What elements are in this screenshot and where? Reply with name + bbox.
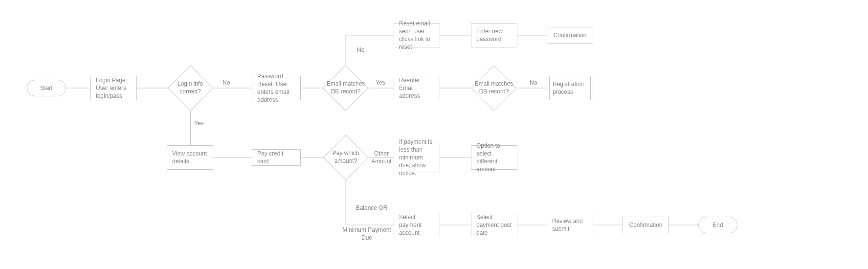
option-different-label: Option to select different amount xyxy=(476,142,512,174)
confirmation-pw-process: Confirmation xyxy=(547,27,593,44)
start-terminator: Start xyxy=(27,80,66,96)
end-label: End xyxy=(712,221,723,229)
view-account-label: View account details xyxy=(172,150,208,165)
edge-min-payment-due: Minimum Payment Due xyxy=(340,226,394,242)
registration-label: Registration process xyxy=(553,76,587,100)
review-submit-label: Review and submit xyxy=(552,217,588,233)
reset-email-sent-process: Reset email sent: user clicks link to re… xyxy=(394,23,440,47)
email-match-2-decision: Email matches DB record? xyxy=(478,72,510,104)
option-different-process: Option to select different amount xyxy=(471,145,517,170)
payment-notice-process: If payment is less than minimum due, sho… xyxy=(394,142,440,173)
select-payment-account-label: Select payment account xyxy=(399,213,435,237)
edge-email1-yes: Yes xyxy=(376,79,385,87)
enter-new-password-label: Enter new password xyxy=(476,27,512,43)
pay-which-amount-decision: Pay which amount? xyxy=(330,141,362,174)
login-page-process: Login Page: User enters login/pass xyxy=(90,76,137,100)
end-terminator: End xyxy=(698,217,737,233)
confirmation-pay-process: Confirmation xyxy=(623,217,669,233)
password-reset-process: Password Reset: User enters email addres… xyxy=(252,76,301,100)
edge-other-amount: Other Amount xyxy=(369,150,394,165)
login-page-label: Login Page: User enters login/pass xyxy=(96,76,132,100)
edge-login-yes: Yes xyxy=(194,120,204,128)
pay-credit-card-label: Pay credit card xyxy=(257,150,295,165)
select-post-date-label: Select payment post date xyxy=(476,213,512,237)
view-account-process: View account details xyxy=(167,145,213,170)
review-submit-process: Review and submit xyxy=(547,213,593,237)
edge-login-no: No xyxy=(223,79,230,87)
start-label: Start xyxy=(40,84,52,92)
password-reset-label: Password Reset: User enters email addres… xyxy=(257,72,295,104)
login-correct-decision: Login info correct? xyxy=(174,72,206,104)
edge-balance-or: Balance OR xyxy=(352,204,391,212)
enter-new-password-process: Enter new password xyxy=(471,23,517,47)
pay-credit-card-process: Pay credit card xyxy=(252,149,301,166)
email-match-1-label: Email matches DB record? xyxy=(324,80,368,95)
edge-email2-no: No xyxy=(530,79,537,87)
login-correct-label: Login info correct? xyxy=(168,80,212,95)
email-match-1-decision: Email matches DB record? xyxy=(330,72,362,104)
reenter-email-process: Reenter Email address xyxy=(394,76,440,100)
payment-notice-label: If payment is less than minimum due, sho… xyxy=(399,138,435,178)
select-payment-account-process: Select payment account xyxy=(394,213,440,237)
reset-email-sent-label: Reset email sent: user clicks link to re… xyxy=(399,20,435,51)
edge-email1-no: No xyxy=(357,46,364,54)
email-match-2-label: Email matches DB record? xyxy=(472,80,516,95)
select-post-date-process: Select payment post date xyxy=(471,213,517,237)
confirmation-pay-label: Confirmation xyxy=(629,221,662,229)
confirmation-pw-label: Confirmation xyxy=(553,31,586,39)
pay-which-amount-label: Pay which amount? xyxy=(324,150,368,165)
registration-subprocess: Registration process xyxy=(547,76,593,100)
reenter-email-label: Reenter Email address xyxy=(399,76,435,100)
